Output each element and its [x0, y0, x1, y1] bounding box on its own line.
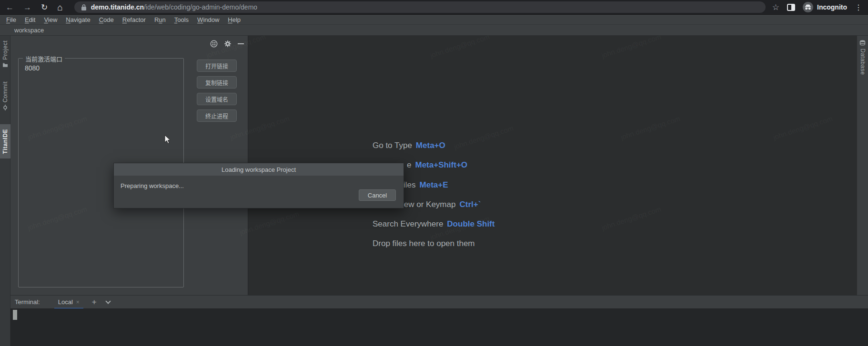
commit-tab-label: Commit	[2, 81, 9, 102]
workspace-label[interactable]: workspace	[14, 27, 44, 34]
menu-navigate[interactable]: Navigate	[61, 16, 94, 23]
menu-file[interactable]: File	[2, 16, 20, 23]
hint-search-everywhere: Search EverywhereDouble Shift	[373, 219, 495, 229]
menu-tools[interactable]: Tools	[170, 16, 193, 23]
database-icon	[859, 40, 866, 46]
incognito-label: Incognito	[817, 3, 847, 11]
app-window: ← → ↻ ⌂ demo.titanide.cn/ide/web/coding/…	[0, 0, 868, 346]
set-domain-button[interactable]: 设置域名	[197, 93, 237, 105]
browser-toolbar: ← → ↻ ⌂ demo.titanide.cn/ide/web/coding/…	[0, 0, 868, 14]
copy-link-button[interactable]: 复制链接	[197, 76, 237, 89]
sidebar-item-titanide[interactable]: TitanIDE	[0, 124, 10, 158]
menu-view[interactable]: View	[40, 16, 61, 23]
loading-dialog: Loading workspace Project Preparing work…	[113, 163, 404, 208]
sidebar-item-commit[interactable]: Commit	[0, 81, 10, 118]
refresh-icon[interactable]: ↻	[41, 3, 48, 11]
project-tab-label: Project	[2, 40, 9, 60]
terminal-cursor	[13, 310, 17, 320]
side-panel-icon[interactable]	[787, 4, 795, 11]
bookmark-star-icon[interactable]: ☆	[772, 2, 779, 12]
terminal-toolbar: Terminal: Local × +	[10, 295, 868, 308]
terminal-output[interactable]	[10, 308, 868, 346]
tab-close-icon[interactable]: ×	[76, 299, 80, 306]
incognito-badge: Incognito	[803, 2, 847, 12]
dialog-title: Loading workspace Project	[114, 163, 404, 176]
menu-run[interactable]: Run	[150, 16, 170, 23]
menu-edit[interactable]: Edit	[20, 16, 40, 23]
hint-drop-files: Drop files here to open them	[373, 239, 475, 248]
port-list-item[interactable]: 8080	[22, 64, 42, 72]
menu-window[interactable]: Window	[193, 16, 223, 23]
titanide-tab-label: TitanIDE	[2, 129, 9, 154]
workspace-breadcrumb: workspace	[0, 24, 868, 36]
kill-process-button[interactable]: 终止进程	[197, 109, 237, 122]
hint-go-to-type: Go to TypeMeta+O	[373, 141, 445, 150]
url-text: demo.titanide.cn/ide/web/coding/go-admin…	[91, 3, 257, 11]
right-tool-strip: Database	[857, 36, 868, 295]
menu-help[interactable]: Help	[223, 16, 245, 23]
chevron-down-icon[interactable]	[105, 298, 111, 304]
lock-icon[interactable]	[81, 4, 87, 11]
open-link-button[interactable]: 打开链接	[197, 59, 237, 72]
dialog-message: Preparing workspace...	[121, 182, 184, 189]
hint-view-keymap: iew or KeymapCtrl+`	[402, 200, 481, 209]
hint-recent-files: ilesMeta+E	[404, 180, 448, 190]
terminal-tab-local[interactable]: Local ×	[54, 296, 83, 309]
browse-grid-icon[interactable]	[210, 40, 218, 48]
hint-go-to-file: eMeta+Shift+O	[407, 160, 467, 170]
ide-menu-bar: File Edit View Navigate Code Refactor Ru…	[0, 14, 868, 24]
url-path: /ide/web/coding/go-admin-demo/demo	[144, 3, 257, 11]
incognito-icon	[803, 2, 813, 12]
sidebar-item-project[interactable]: Project	[0, 40, 10, 77]
gear-icon[interactable]	[224, 40, 232, 48]
mouse-cursor	[164, 135, 171, 144]
commit-icon	[2, 105, 8, 110]
active-ports-title: 当前激活端口	[23, 54, 65, 63]
home-icon[interactable]: ⌂	[57, 3, 62, 12]
cancel-button[interactable]: Cancel	[359, 189, 396, 201]
back-icon[interactable]: ←	[6, 3, 14, 11]
terminal-label: Terminal:	[15, 298, 40, 306]
hide-panel-icon[interactable]	[238, 43, 244, 44]
browser-menu-icon[interactable]: ⋮	[855, 3, 862, 12]
new-terminal-icon[interactable]: +	[92, 297, 97, 307]
database-tab-label[interactable]: Database	[859, 49, 866, 75]
folder-icon	[2, 62, 8, 68]
address-bar[interactable]: demo.titanide.cn/ide/web/coding/go-admin…	[74, 1, 766, 13]
forward-icon[interactable]: →	[23, 3, 31, 11]
left-tool-strip: Project Commit TitanIDE	[0, 36, 10, 346]
menu-refactor[interactable]: Refactor	[118, 16, 150, 23]
menu-code[interactable]: Code	[95, 16, 118, 23]
url-domain: demo.titanide.cn	[91, 3, 144, 11]
